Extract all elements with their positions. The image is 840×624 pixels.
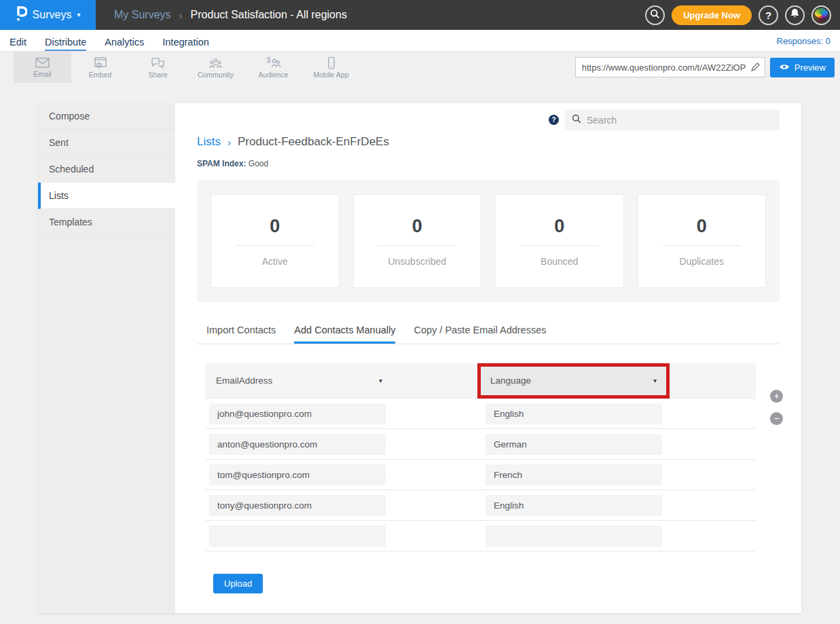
upgrade-now-button[interactable]: Upgrade Now (672, 5, 752, 25)
divider (378, 245, 456, 246)
share-icon (150, 56, 166, 70)
toolbar-item-embed[interactable]: Embed (71, 52, 129, 83)
bell-icon (790, 8, 800, 22)
product-switcher[interactable]: Surveys ▾ (0, 0, 96, 30)
email-field[interactable] (209, 495, 386, 516)
contact-row (205, 460, 756, 490)
top-bar: Surveys ▾ My Surveys › Product Satisfact… (0, 0, 840, 30)
language-field[interactable] (486, 526, 662, 547)
stat-label: Unsubscribed (388, 256, 446, 267)
topbar-actions: Upgrade Now ? (645, 5, 840, 25)
toolbar-item-label: Embed (89, 71, 111, 79)
email-field[interactable] (209, 526, 386, 547)
breadcrumb: My Surveys › Product Satisfaction - All … (114, 9, 347, 21)
tab-add-contacts-manually[interactable]: Add Contacts Manually (294, 325, 395, 344)
spam-index-row: SPAM Index: Good (197, 159, 780, 168)
contacts-tabs: Import Contacts Add Contacts Manually Co… (197, 325, 780, 344)
email-column-select[interactable]: EmailAddress ▾ (216, 363, 382, 399)
search-icon (650, 9, 660, 22)
avatar-logo-icon (814, 8, 828, 22)
contact-row (205, 429, 756, 460)
list-search-input[interactable] (587, 115, 773, 126)
email-field[interactable] (209, 403, 386, 424)
tab-import-contacts[interactable]: Import Contacts (206, 325, 276, 344)
account-avatar[interactable] (811, 5, 831, 25)
toolbar-item-audience[interactable]: $ Audience (244, 52, 302, 83)
eye-icon (779, 62, 790, 73)
responses-count[interactable]: Responses: 0 (777, 36, 831, 51)
stat-value: 0 (697, 216, 707, 237)
breadcrumb-lists-link[interactable]: Lists (197, 135, 221, 149)
stat-label: Duplicates (680, 256, 724, 267)
mobile-app-icon (323, 56, 339, 70)
language-field[interactable] (486, 464, 662, 485)
breadcrumb-separator: › (179, 10, 183, 21)
list-search-box (565, 109, 780, 130)
email-field[interactable] (209, 464, 386, 485)
toolbar-item-label: Email (33, 70, 51, 78)
add-contacts-form: EmailAddress ▾ Language ▾ (197, 363, 780, 593)
list-breadcrumb: Lists › Product-Feedback-EnFrDeEs (197, 135, 780, 149)
stat-card-bounced: 0 Bounced (495, 194, 624, 288)
caret-down-icon: ▾ (379, 378, 382, 384)
language-field[interactable] (486, 434, 662, 455)
toolbar-right: Preview (575, 57, 840, 77)
tab-distribute[interactable]: Distribute (45, 37, 86, 51)
survey-nav: Edit Distribute Analytics Integration Re… (0, 30, 840, 52)
stat-card-active: 0 Active (211, 194, 340, 288)
column-header-row: EmailAddress ▾ Language ▾ (205, 363, 756, 399)
breadcrumb-separator: › (227, 136, 231, 148)
stat-card-unsubscribed: 0 Unsubscribed (353, 194, 482, 288)
survey-url-input[interactable] (575, 57, 765, 77)
toolbar-item-label: Audience (259, 71, 289, 79)
toolbar-item-share[interactable]: Share (129, 52, 187, 83)
toolbar-item-mobile-app[interactable]: Mobile App (302, 52, 360, 83)
email-icon (35, 56, 50, 69)
contact-row (205, 521, 756, 551)
community-icon (208, 56, 223, 70)
selected-column: Language (490, 375, 531, 386)
preview-button[interactable]: Preview (770, 58, 835, 77)
contact-row (205, 490, 756, 521)
upload-button[interactable]: Upload (213, 574, 263, 593)
help-button[interactable]: ? (759, 5, 778, 25)
toolbar-item-email[interactable]: Email (14, 52, 71, 83)
selected-column: EmailAddress (216, 375, 272, 386)
toolbar-item-label: Share (148, 71, 167, 79)
search-button[interactable] (645, 5, 665, 25)
distribute-toolbar: Email Embed Share Community $ Audience M… (0, 52, 840, 83)
tab-copy-paste-email-addresses[interactable]: Copy / Paste Email Addresses (414, 325, 546, 344)
audience-icon: $ (266, 56, 281, 70)
preview-label: Preview (795, 62, 826, 73)
sidebar-item-sent[interactable]: Sent (38, 130, 175, 156)
stat-label: Active (262, 256, 288, 267)
tab-integration[interactable]: Integration (162, 37, 209, 51)
list-help-button[interactable]: ? (549, 115, 559, 125)
add-row-button[interactable]: + (770, 390, 783, 403)
sidebar-item-templates[interactable]: Templates (38, 209, 175, 236)
sidebar-item-scheduled[interactable]: Scheduled (38, 156, 175, 183)
svg-text:$: $ (267, 56, 271, 64)
list-search-row: ? (197, 103, 780, 130)
embed-icon (93, 56, 108, 70)
language-field[interactable] (486, 495, 662, 516)
toolbar-item-community[interactable]: Community (187, 52, 244, 83)
notifications-button[interactable] (785, 5, 805, 25)
breadcrumb-my-surveys[interactable]: My Surveys (114, 9, 171, 21)
email-lists-panel: Compose Sent Scheduled Lists Templates ?… (38, 103, 801, 613)
stat-card-duplicates: 0 Duplicates (638, 194, 767, 288)
spam-index-label: SPAM Index: (197, 159, 246, 168)
remove-row-button[interactable]: − (770, 412, 783, 425)
divider (236, 245, 314, 246)
tab-edit[interactable]: Edit (10, 37, 26, 51)
divider (520, 245, 599, 246)
edit-url-pencil-icon[interactable] (750, 62, 761, 75)
language-field[interactable] (486, 403, 662, 424)
tab-analytics[interactable]: Analytics (105, 37, 144, 51)
sidebar-item-compose[interactable]: Compose (38, 103, 175, 130)
email-sidebar: Compose Sent Scheduled Lists Templates (38, 103, 175, 613)
sidebar-item-lists[interactable]: Lists (38, 183, 175, 209)
language-column-select[interactable]: Language ▾ (481, 367, 666, 395)
email-field[interactable] (209, 434, 386, 455)
chevron-down-icon: ▾ (77, 12, 80, 18)
